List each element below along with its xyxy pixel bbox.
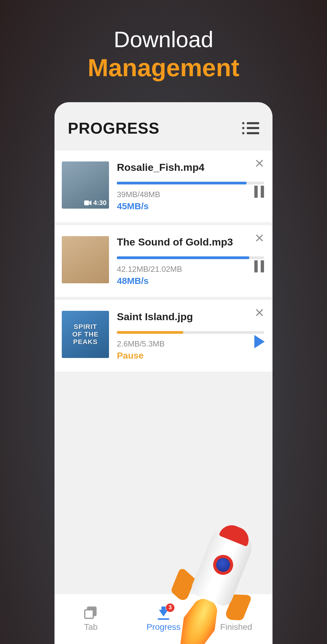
video-duration-badge: 4:30: [84, 199, 107, 207]
download-item[interactable]: SPIRITOF THEPEAKS Saint Island.jpg 2.6MB…: [54, 300, 272, 372]
close-icon[interactable]: [255, 159, 264, 168]
status-text: Pause: [117, 350, 264, 361]
thumbnail: [62, 236, 109, 283]
progress-fill: [117, 182, 246, 184]
download-item[interactable]: The Sound of Gold.mp3 42.12MB/21.02MB 48…: [54, 225, 272, 297]
item-body: Rosalie_Fish.mp4 39MB/48MB 45MB/s: [117, 161, 264, 211]
close-icon[interactable]: [255, 234, 264, 242]
close-icon[interactable]: [255, 308, 264, 317]
tabs-icon: [84, 607, 97, 620]
speed: 48MB/s: [117, 276, 264, 286]
progress-bar: [117, 182, 264, 184]
hero-line1: Download: [88, 27, 239, 52]
menu-list-icon[interactable]: [242, 122, 259, 134]
hero-line2: Management: [88, 54, 239, 81]
video-duration: 4:30: [93, 199, 107, 207]
filename: Rosalie_Fish.mp4: [117, 161, 264, 173]
size-stats: 39MB/48MB: [117, 190, 264, 199]
speed: 45MB/s: [117, 201, 264, 211]
item-body: The Sound of Gold.mp3 42.12MB/21.02MB 48…: [117, 236, 264, 286]
progress-bar: [117, 256, 264, 259]
size-stats: 42.12MB/21.02MB: [117, 265, 264, 274]
svg-rect-0: [84, 200, 89, 205]
progress-bar: [117, 331, 264, 334]
nav-label: Tab: [84, 622, 97, 632]
progress-fill: [117, 256, 249, 259]
video-camera-icon: [84, 200, 91, 206]
item-body: Saint Island.jpg 2.6MB/5.3MB Pause: [117, 311, 264, 361]
resume-button[interactable]: [254, 335, 265, 348]
filename: The Sound of Gold.mp3: [117, 236, 264, 248]
page-title: PROGRESS: [68, 119, 160, 137]
hero-title: Download Management: [88, 27, 239, 82]
page-header: PROGRESS: [54, 102, 272, 151]
size-stats: 2.6MB/5.3MB: [117, 339, 264, 349]
nav-tab[interactable]: Tab: [67, 607, 115, 632]
thumbnail: 4:30: [62, 161, 109, 209]
pause-button[interactable]: [254, 186, 265, 198]
filename: Saint Island.jpg: [117, 311, 264, 323]
thumb-overlay-text: SPIRITOF THEPEAKS: [72, 323, 99, 346]
thumbnail: SPIRITOF THEPEAKS: [62, 311, 109, 358]
pause-button[interactable]: [254, 260, 265, 272]
progress-fill: [117, 331, 183, 334]
download-item[interactable]: 4:30 Rosalie_Fish.mp4 39MB/48MB 45MB/s: [54, 151, 272, 222]
